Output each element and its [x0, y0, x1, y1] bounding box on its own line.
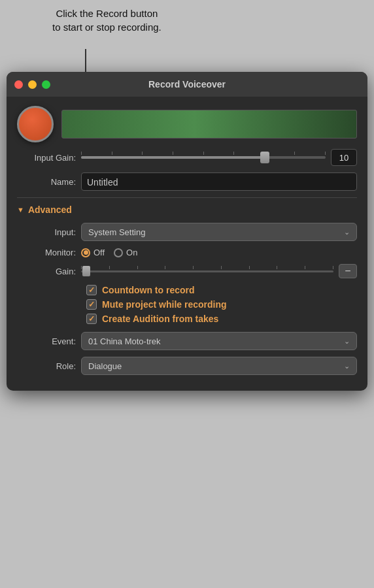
checkbox-countdown[interactable]: ✓ Countdown to record: [86, 285, 357, 295]
event-dropdown-value: 01 China Moto-trek: [88, 336, 161, 346]
role-row: Role: Dialogue ⌄: [17, 357, 357, 375]
gain-label: Gain:: [17, 267, 76, 276]
monitor-label: Monitor:: [17, 248, 76, 257]
countdown-label: Countdown to record: [102, 285, 195, 295]
gain-slider-track[interactable]: [81, 270, 333, 272]
monitor-off-radio-fill: [84, 250, 88, 255]
minimize-button[interactable]: [28, 80, 37, 89]
divider-1: [17, 197, 357, 198]
gain-minus-button[interactable]: −: [339, 264, 357, 278]
close-button[interactable]: [14, 80, 23, 89]
role-dropdown[interactable]: Dialogue ⌄: [81, 357, 357, 375]
audition-checkbox[interactable]: ✓: [86, 314, 97, 324]
input-gain-value: 10: [331, 149, 357, 166]
gain-slider-thumb[interactable]: [82, 266, 90, 276]
input-gain-slider-fill: [81, 156, 265, 159]
mute-checkbox[interactable]: ✓: [86, 299, 97, 310]
monitor-on-option[interactable]: On: [114, 248, 137, 257]
advanced-title: Advanced: [28, 204, 72, 215]
input-gain-row: Input Gain: 10: [17, 149, 357, 166]
input-gain-slider-track[interactable]: [81, 156, 326, 159]
advanced-collapse-icon: ▼: [17, 206, 24, 214]
window-title: Record Voiceover: [148, 79, 226, 90]
input-label: Input:: [17, 227, 76, 237]
name-input[interactable]: Untitled: [81, 172, 357, 191]
countdown-checkbox[interactable]: ✓: [86, 285, 97, 295]
checkbox-mute[interactable]: ✓ Mute project while recording: [86, 299, 357, 310]
event-label: Event:: [17, 336, 76, 346]
tooltip-text: Click the Record button to start or stop…: [52, 7, 162, 34]
record-button[interactable]: [17, 106, 54, 142]
checkbox-list: ✓ Countdown to record ✓ Mute project whi…: [86, 285, 357, 324]
record-voiceover-window: Record Voiceover Input Gain:: [7, 72, 367, 391]
role-dropdown-value: Dialogue: [88, 361, 122, 371]
input-gain-label: Input Gain:: [17, 153, 76, 163]
role-label: Role:: [17, 361, 76, 371]
maximize-button[interactable]: [42, 80, 50, 89]
monitor-off-option[interactable]: Off: [81, 248, 105, 257]
role-dropdown-chevron-icon: ⌄: [344, 362, 350, 370]
title-bar: Record Voiceover: [7, 72, 367, 97]
checkbox-audition[interactable]: ✓ Create Audition from takes: [86, 314, 357, 324]
countdown-check-icon: ✓: [88, 286, 95, 295]
input-dropdown[interactable]: System Setting ⌄: [81, 223, 357, 241]
event-row: Event: 01 China Moto-trek ⌄: [17, 332, 357, 350]
audition-check-icon: ✓: [88, 314, 95, 323]
level-meter: [61, 110, 357, 139]
monitor-row: Monitor: Off On: [17, 248, 357, 257]
gain-row: Gain: −: [17, 264, 357, 278]
input-gain-slider-thumb[interactable]: [260, 152, 269, 163]
traffic-lights: [14, 80, 50, 89]
input-dropdown-chevron-icon: ⌄: [344, 228, 350, 237]
main-content: Input Gain: 10 Name:: [7, 97, 367, 391]
event-dropdown-chevron-icon: ⌄: [344, 337, 350, 346]
name-row: Name: Untitled: [17, 172, 357, 191]
audition-label: Create Audition from takes: [102, 314, 218, 324]
monitor-off-radio[interactable]: [81, 248, 90, 257]
record-row: [17, 106, 357, 142]
event-dropdown[interactable]: 01 China Moto-trek ⌄: [81, 332, 357, 350]
monitor-off-label: Off: [94, 248, 105, 257]
monitor-on-radio[interactable]: [114, 248, 123, 257]
monitor-radio-group: Off On: [81, 248, 137, 257]
callout-line: [85, 49, 86, 75]
tooltip-line2: to start or stop recording.: [52, 20, 162, 34]
advanced-section-header[interactable]: ▼ Advanced: [17, 204, 357, 215]
monitor-on-label: On: [126, 248, 137, 257]
mute-check-icon: ✓: [88, 300, 95, 309]
name-label: Name:: [17, 177, 76, 187]
input-row: Input: System Setting ⌄: [17, 223, 357, 241]
tooltip-line1: Click the Record button: [52, 7, 162, 20]
mute-label: Mute project while recording: [102, 299, 227, 310]
input-dropdown-value: System Setting: [88, 227, 145, 237]
